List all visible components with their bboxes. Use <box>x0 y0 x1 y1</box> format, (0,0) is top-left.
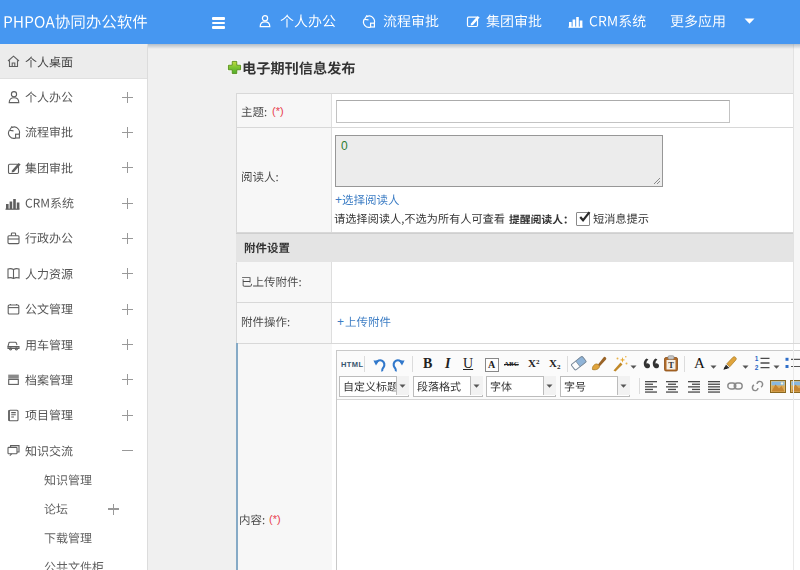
svg-text:2: 2 <box>755 364 759 371</box>
svg-text:1: 1 <box>755 355 759 362</box>
svg-text:T: T <box>668 360 674 370</box>
